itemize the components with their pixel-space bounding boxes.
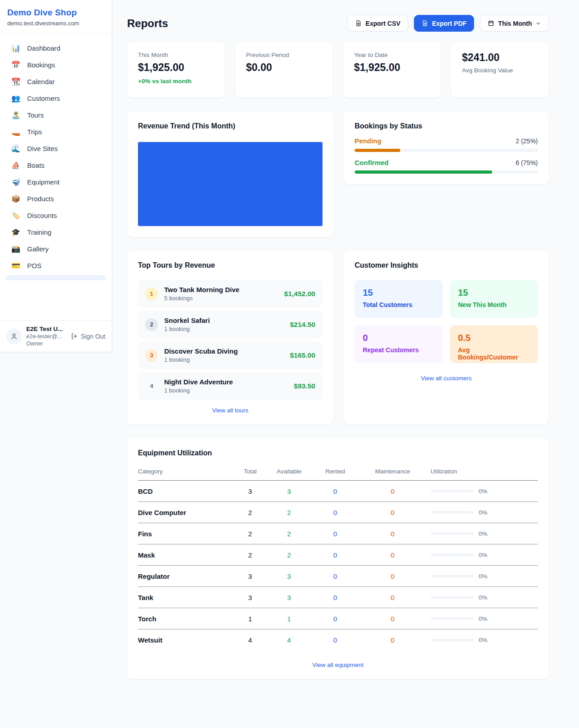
sidebar-item-gallery[interactable]: 📸Gallery — [5, 241, 106, 257]
utilization-bar — [431, 511, 474, 514]
sidebar-item-label: Calendar — [27, 78, 55, 85]
page-title: Reports — [127, 17, 168, 30]
stat-card-this-month: This Month $1,925.00 +0% vs last month — [127, 42, 225, 98]
utilization-percent: 0% — [479, 594, 488, 601]
utilization-percent: 0% — [479, 615, 488, 622]
sidebar-item-calendar[interactable]: 📆Calendar — [5, 73, 106, 90]
sidebar-item-dashboard[interactable]: 📊Dashboard — [5, 40, 106, 57]
insight-label: Total Customers — [363, 301, 435, 308]
tour-bookings: 1 booking — [164, 326, 210, 332]
customer-insights-title: Customer Insights — [355, 261, 538, 269]
col-category: Category — [138, 468, 232, 475]
cell-available: 3 — [268, 487, 310, 495]
sidebar-item-customers[interactable]: 👥Customers — [5, 90, 106, 107]
utilization-bar — [431, 490, 474, 492]
top-tours-card: Top Tours by Revenue 1 Two Tank Morning … — [127, 251, 333, 425]
sidebar-item-training[interactable]: 🎓Training — [5, 224, 106, 241]
insight-tile-new-this-month: 15 New This Month — [450, 280, 538, 318]
sidebar-item-pos[interactable]: 💳POS — [5, 257, 106, 274]
sidebar-item-label: POS — [27, 262, 42, 269]
equipment-utilization-card: Equipment Utilization Category Total Ava… — [127, 438, 549, 679]
sidebar-item-bookings[interactable]: 📅Bookings — [5, 57, 106, 73]
cell-available: 2 — [268, 551, 310, 559]
file-download-icon — [422, 20, 428, 27]
cell-category: Dive Computer — [138, 509, 232, 516]
progress-fill — [355, 149, 400, 152]
sidebar: Demo Dive Shop demo.test.divestreams.com… — [0, 0, 112, 352]
sidebar-item-dive-sites[interactable]: 🌊Dive Sites — [5, 140, 106, 157]
tour-row: 2 Snorkel Safari 1 booking $214.50 — [138, 311, 323, 338]
tour-revenue: $165.00 — [290, 351, 315, 359]
period-dropdown[interactable]: This Month — [480, 15, 549, 32]
table-row: Wetsuit 4 4 0 0 0% — [138, 629, 538, 651]
cell-rented: 0 — [310, 509, 361, 516]
cell-maintenance: 0 — [361, 572, 425, 580]
insight-label: Avg Bookings/Customer — [458, 346, 530, 361]
equipment-table: Category Total Available Rented Maintena… — [138, 464, 538, 651]
cell-category: Mask — [138, 551, 232, 559]
view-all-equipment-link[interactable]: View all equipment — [138, 662, 538, 668]
sidebar-item-discounts[interactable]: 🏷️Discounts — [5, 207, 106, 224]
rank-badge: 3 — [145, 349, 158, 362]
utilization-bar — [431, 639, 474, 642]
cell-utilization: 0% — [425, 488, 538, 495]
cell-total: 1 — [232, 615, 268, 623]
stat-card-avg-booking-value: $241.00 Avg Booking Value — [451, 42, 549, 98]
sidebar-item-reports-partial[interactable] — [5, 275, 106, 280]
tour-name: Discover Scuba Diving — [164, 347, 238, 355]
col-maintenance: Maintenance — [361, 468, 425, 475]
utilization-bar — [431, 575, 474, 577]
tour-bookings: 1 booking — [164, 356, 238, 363]
view-all-customers-link[interactable]: View all customers — [355, 375, 538, 382]
stat-card-year-to-date: Year to Date $1,925.00 — [343, 42, 441, 98]
progress-track — [355, 149, 538, 152]
insight-tile-avg-bookings: 0.5 Avg Bookings/Customer — [450, 325, 538, 363]
export-pdf-button[interactable]: Export PDF — [414, 15, 474, 32]
utilization-percent: 0% — [479, 488, 488, 495]
progress-track — [355, 170, 538, 174]
insight-value: 0 — [363, 333, 435, 343]
sidebar-item-trips[interactable]: 🚤Trips — [5, 123, 106, 140]
cell-total: 4 — [232, 636, 268, 644]
tour-row: 4 Night Dive Adventure 1 booking $93.50 — [138, 372, 323, 400]
cell-rented: 0 — [310, 572, 361, 580]
cell-rented: 0 — [310, 530, 361, 538]
sidebar-item-products[interactable]: 📦Products — [5, 190, 106, 207]
rank-badge: 2 — [145, 318, 158, 331]
sidebar-item-label: Equipment — [27, 178, 60, 186]
cell-utilization: 0% — [425, 615, 538, 622]
table-row: Dive Computer 2 2 0 0 0% — [138, 502, 538, 523]
status-row-pending: Pending 2 (25%) — [355, 137, 538, 152]
bar-chart-icon: 📊 — [11, 45, 21, 52]
insight-value: 0.5 — [458, 333, 530, 343]
utilization-bar — [431, 532, 474, 535]
sidebar-item-boats[interactable]: ⛵Boats — [5, 157, 106, 174]
shop-subdomain: demo.test.divestreams.com — [7, 20, 104, 27]
insight-label: New This Month — [458, 301, 530, 308]
status-row-confirmed: Confirmed 6 (75%) — [355, 159, 538, 174]
rank-badge: 4 — [145, 380, 158, 392]
stat-value: $1,925.00 — [354, 61, 430, 74]
equipment-utilization-title: Equipment Utilization — [138, 449, 538, 457]
view-all-tours-link[interactable]: View all tours — [138, 407, 323, 414]
customer-insights-card: Customer Insights 15 Total Customers 15 … — [344, 251, 549, 425]
tour-name: Night Dive Adventure — [164, 378, 233, 386]
sidebar-item-equipment[interactable]: 🤿Equipment — [5, 174, 106, 190]
cell-utilization: 0% — [425, 594, 538, 601]
tour-name: Snorkel Safari — [164, 317, 210, 324]
export-csv-button[interactable]: Export CSV — [347, 15, 408, 32]
logout-icon — [71, 332, 78, 340]
stat-value: $0.00 — [246, 61, 322, 74]
cell-rented: 0 — [310, 636, 361, 644]
cell-total: 3 — [232, 594, 268, 601]
credit-card-icon: 💳 — [11, 262, 21, 269]
cell-available: 1 — [268, 615, 310, 623]
stat-value: $1,925.00 — [138, 61, 214, 74]
cell-available: 2 — [268, 530, 310, 538]
tour-revenue: $214.50 — [290, 321, 315, 329]
sidebar-item-label: Dive Sites — [27, 145, 58, 152]
sidebar-item-tours[interactable]: 🏝️Tours — [5, 107, 106, 123]
cell-total: 2 — [232, 530, 268, 538]
cell-rented: 0 — [310, 551, 361, 559]
sign-out-button[interactable]: Sign Out — [71, 332, 105, 340]
